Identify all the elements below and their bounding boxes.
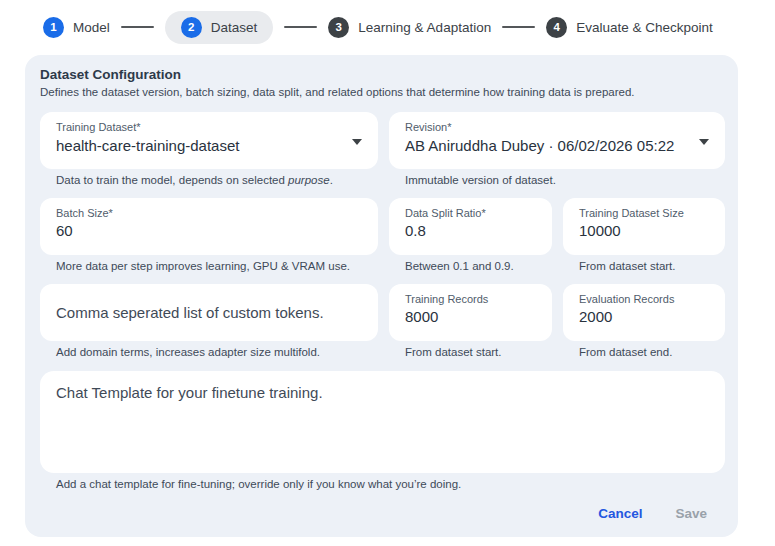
step-label: Model	[73, 20, 110, 35]
cancel-button[interactable]: Cancel	[598, 506, 642, 521]
training-records-label: Training Records	[405, 293, 538, 305]
custom-tokens-card	[40, 284, 378, 341]
step-learning-adaptation[interactable]: 3 Learning & Adaptation	[328, 17, 491, 38]
custom-tokens-field-group: Add domain terms, increases adapter size…	[40, 284, 378, 358]
data-split-ratio-helper: Between 0.1 and 0.9.	[405, 260, 552, 272]
revision-label: Revision*	[405, 121, 711, 133]
training-dataset-value: health-care-training-dataset	[56, 137, 364, 154]
step-number-badge: 3	[328, 17, 349, 38]
evaluation-records-label: Evaluation Records	[579, 293, 711, 305]
chat-template-helper: Add a chat template for fine-tuning; ove…	[56, 478, 725, 490]
data-split-ratio-card: Data Split Ratio*	[389, 198, 552, 255]
step-label: Dataset	[211, 20, 258, 35]
step-label: Learning & Adaptation	[358, 20, 491, 35]
data-split-ratio-field-group: Data Split Ratio* Between 0.1 and 0.9.	[389, 198, 552, 272]
batch-size-input[interactable]	[56, 222, 364, 239]
custom-tokens-input[interactable]	[56, 304, 364, 321]
form-actions: Cancel Save	[40, 506, 725, 521]
chat-template-textarea[interactable]	[56, 384, 709, 460]
training-records-input[interactable]	[405, 308, 538, 325]
training-dataset-size-input[interactable]	[579, 222, 711, 239]
step-number-badge: 1	[43, 17, 64, 38]
evaluation-records-input[interactable]	[579, 308, 711, 325]
revision-select[interactable]: Revision* AB Aniruddha Dubey · 06/02/202…	[389, 112, 725, 169]
dataset-configuration-panel: Dataset Configuration Defines the datase…	[25, 55, 738, 537]
custom-tokens-helper: Add domain terms, increases adapter size…	[56, 346, 378, 358]
revision-field-group: Revision* AB Aniruddha Dubey · 06/02/202…	[389, 112, 725, 186]
batch-size-helper: More data per step improves learning, GP…	[56, 260, 378, 272]
chevron-down-icon[interactable]	[352, 139, 362, 145]
panel-subtitle: Defines the dataset version, batch sizin…	[40, 86, 725, 98]
batch-size-label: Batch Size*	[56, 207, 364, 219]
batch-size-card: Batch Size*	[40, 198, 378, 255]
data-split-ratio-label: Data Split Ratio*	[405, 207, 538, 219]
step-connector	[284, 26, 317, 28]
panel-title: Dataset Configuration	[40, 67, 725, 82]
step-number-badge: 2	[181, 17, 202, 38]
chevron-down-icon[interactable]	[699, 139, 709, 145]
data-split-ratio-input[interactable]	[405, 222, 538, 239]
chat-template-card	[40, 371, 725, 473]
revision-value: AB Aniruddha Dubey · 06/02/2026 05:22	[405, 137, 711, 154]
step-number-badge: 4	[546, 17, 567, 38]
training-dataset-size-field-group: Training Dataset Size From dataset start…	[563, 198, 725, 272]
step-connector	[502, 26, 535, 28]
training-dataset-size-card: Training Dataset Size	[563, 198, 725, 255]
training-dataset-size-helper: From dataset start.	[579, 260, 725, 272]
step-dataset[interactable]: 2 Dataset	[165, 11, 274, 44]
training-dataset-field-group: Training Dataset* health-care-training-d…	[40, 112, 378, 186]
evaluation-records-helper: From dataset end.	[579, 346, 725, 358]
save-button[interactable]: Save	[675, 506, 707, 521]
training-records-field-group: Training Records From dataset start.	[389, 284, 552, 358]
wizard-stepper: 1 Model 2 Dataset 3 Learning & Adaptatio…	[43, 8, 775, 46]
evaluation-records-field-group: Evaluation Records From dataset end.	[563, 284, 725, 358]
training-records-card: Training Records	[389, 284, 552, 341]
training-dataset-label: Training Dataset*	[56, 121, 364, 133]
batch-size-field-group: Batch Size* More data per step improves …	[40, 198, 378, 272]
training-dataset-size-label: Training Dataset Size	[579, 207, 711, 219]
step-connector	[121, 26, 154, 28]
revision-helper: Immutable version of dataset.	[405, 174, 725, 186]
training-dataset-select[interactable]: Training Dataset* health-care-training-d…	[40, 112, 378, 169]
training-records-helper: From dataset start.	[405, 346, 552, 358]
step-label: Evaluate & Checkpoint	[576, 20, 713, 35]
step-model[interactable]: 1 Model	[43, 17, 110, 38]
training-dataset-helper: Data to train the model, depends on sele…	[56, 174, 378, 186]
evaluation-records-card: Evaluation Records	[563, 284, 725, 341]
step-evaluate-checkpoint[interactable]: 4 Evaluate & Checkpoint	[546, 17, 713, 38]
